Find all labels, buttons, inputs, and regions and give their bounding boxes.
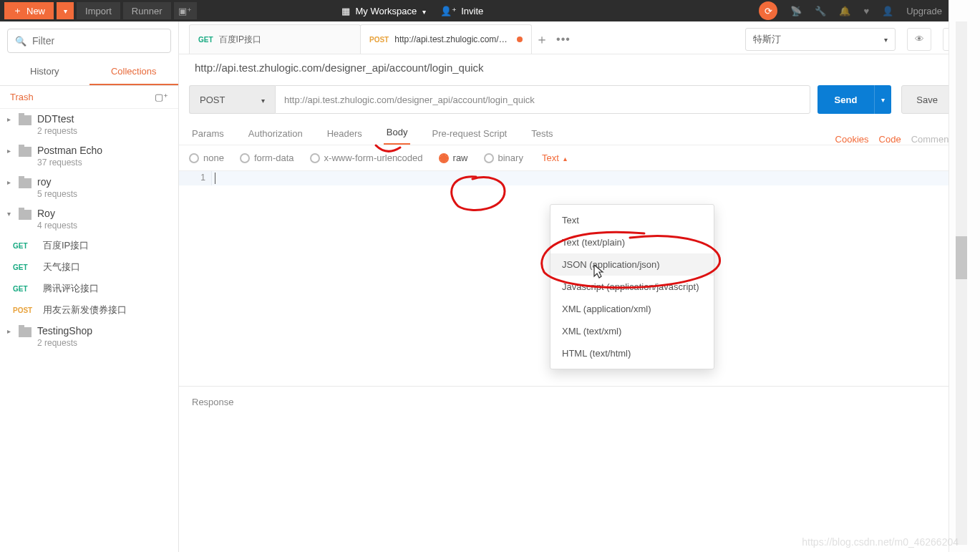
bell-icon[interactable]: 🔔 <box>839 6 850 16</box>
user-avatar[interactable]: 👤 <box>882 6 893 16</box>
method-badge: GET <box>13 242 34 250</box>
environment-label: 特斯汀 <box>753 33 781 46</box>
ct-option-text[interactable]: Text <box>550 209 714 231</box>
runner-button[interactable]: Runner <box>123 2 171 19</box>
folder-icon <box>19 147 31 157</box>
subtab-params[interactable]: Params <box>189 122 227 145</box>
collection-name: Roy <box>37 208 77 219</box>
heart-icon[interactable]: ♥ <box>863 6 869 16</box>
send-button[interactable]: Send <box>818 85 875 114</box>
folder-icon <box>19 210 31 220</box>
chevron-down-icon <box>261 95 265 105</box>
scrollbar-thumb[interactable] <box>956 236 967 279</box>
tab-collections[interactable]: Collections <box>89 59 179 85</box>
sync-button[interactable]: ⟳ <box>759 1 777 20</box>
request-item[interactable]: POST用友云新发债券接口 <box>0 299 178 321</box>
radio-label: none <box>203 152 224 163</box>
method-badge: POST <box>13 306 34 314</box>
satellite-icon[interactable]: 📡 <box>790 6 802 16</box>
request-label: 天气接口 <box>43 261 80 273</box>
subtab-prerequest[interactable]: Pre-request Script <box>429 122 510 145</box>
collection-item[interactable]: DDTtest2 requests <box>0 109 178 140</box>
content-type-label: Text <box>542 152 559 163</box>
url-value: http://api.test.zhulogic.com/designer_ap… <box>284 95 535 105</box>
tab-history[interactable]: History <box>0 59 89 85</box>
body-type-raw[interactable]: raw <box>439 152 468 163</box>
request-label: 腾讯评论接口 <box>43 282 99 295</box>
tab-method: GET <box>198 36 213 44</box>
ct-option-xml-app[interactable]: XML (application/xml) <box>550 298 714 320</box>
sidebar: 🔍 History Collections Trash ▢⁺ DDTtest2 … <box>0 21 179 552</box>
chevron-down-icon <box>884 34 888 44</box>
unsaved-dot-icon <box>517 37 523 42</box>
new-window-button[interactable]: ▣⁺ <box>174 2 197 19</box>
trash-link[interactable]: Trash <box>10 92 34 102</box>
caret-icon <box>7 327 13 335</box>
filter-input-wrapper: 🔍 <box>7 29 171 53</box>
request-title: http://api.test.zhulogic.com/designer_ap… <box>179 54 980 81</box>
folder-icon <box>19 327 31 337</box>
add-tab-button[interactable]: ＋ <box>531 24 553 54</box>
method-badge: GET <box>13 263 34 271</box>
subtab-authorization[interactable]: Authorization <box>246 122 306 145</box>
invite-button[interactable]: 👤⁺ Invite <box>440 6 483 16</box>
ct-option-xml-text[interactable]: XML (text/xml) <box>550 320 714 342</box>
save-button[interactable]: Save <box>901 85 953 114</box>
browser-scrollbar[interactable] <box>949 0 980 552</box>
code-link[interactable]: Code <box>879 134 901 145</box>
tab-method: POST <box>369 36 389 44</box>
invite-label: Invite <box>461 6 483 16</box>
folder-icon <box>19 178 31 188</box>
request-item[interactable]: GET天气接口 <box>0 256 178 278</box>
ct-option-javascript[interactable]: Javascript (application/javascript) <box>550 276 714 298</box>
tab-overflow-button[interactable]: ••• <box>553 24 574 54</box>
body-type-urlencoded[interactable]: x-www-form-urlencoded <box>310 152 423 163</box>
request-tab[interactable]: GET 百度IP接口 <box>189 24 361 54</box>
ct-option-html[interactable]: HTML (text/html) <box>550 342 714 364</box>
collection-item[interactable]: ▾ Roy4 requests <box>0 203 178 235</box>
content-type-dropdown[interactable]: Text <box>542 152 567 163</box>
request-tab[interactable]: POST http://api.test.zhulogic.com/des <box>360 24 532 54</box>
method-badge: GET <box>13 285 34 293</box>
method-select[interactable]: POST <box>189 85 275 114</box>
send-dropdown[interactable] <box>874 85 891 114</box>
collection-item[interactable]: TestingShop2 requests <box>0 321 178 352</box>
quicklook-button[interactable]: 👁 <box>907 28 931 51</box>
body-type-binary[interactable]: binary <box>484 152 523 163</box>
cookies-link[interactable]: Cookies <box>835 134 869 145</box>
tab-label: 百度IP接口 <box>219 34 351 46</box>
environment-select[interactable]: 特斯汀 <box>745 28 896 51</box>
filter-input[interactable] <box>32 35 163 47</box>
new-dropdown[interactable] <box>57 2 74 19</box>
new-label: New <box>26 6 45 16</box>
request-item[interactable]: GET百度IP接口 <box>0 235 178 256</box>
body-type-none[interactable]: none <box>189 152 224 163</box>
ct-option-text-plain[interactable]: Text (text/plain) <box>550 231 714 253</box>
upgrade-button[interactable]: Upgrade <box>906 6 942 16</box>
subtab-body[interactable]: Body <box>384 121 411 145</box>
body-type-formdata[interactable]: form-data <box>240 152 294 163</box>
collection-meta: 4 requests <box>37 221 77 231</box>
new-collection-icon[interactable]: ▢⁺ <box>155 92 168 102</box>
import-button[interactable]: Import <box>77 2 120 19</box>
subtab-headers[interactable]: Headers <box>324 122 365 145</box>
request-item[interactable]: GET腾讯评论接口 <box>0 278 178 299</box>
workspace-label: My Workspace <box>356 6 417 16</box>
collection-item[interactable]: Postman Echo37 requests <box>0 140 178 172</box>
body-editor[interactable]: 1 <box>179 170 980 185</box>
collections-list: DDTtest2 requests Postman Echo37 request… <box>0 109 178 552</box>
caret-icon <box>7 147 13 155</box>
collection-item[interactable]: roy5 requests <box>0 172 178 203</box>
new-button[interactable]: ＋ New <box>4 2 54 19</box>
code-area[interactable] <box>212 171 980 185</box>
method-value: POST <box>200 95 225 105</box>
radio-label: binary <box>498 152 523 163</box>
eye-icon: 👁 <box>915 34 924 44</box>
subtab-tests[interactable]: Tests <box>528 122 556 145</box>
url-input[interactable]: http://api.test.zhulogic.com/designer_ap… <box>275 85 810 114</box>
workspace-switcher[interactable]: ▦ My Workspace <box>341 6 427 16</box>
ct-option-json[interactable]: JSON (application/json) <box>550 253 714 276</box>
collection-name: roy <box>37 176 77 188</box>
wrench-icon[interactable]: 🔧 <box>815 6 826 16</box>
grid-icon: ▦ <box>341 6 350 16</box>
